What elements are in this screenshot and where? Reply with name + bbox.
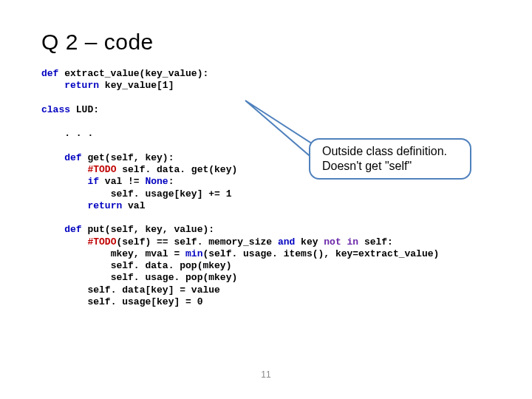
kw-def: def — [64, 224, 81, 235]
code-text: val — [122, 200, 145, 211]
code-red: #TODO — [87, 164, 116, 175]
kw-def: def — [64, 152, 81, 163]
slide-title: Q 2 – code — [41, 30, 532, 55]
code-text: get — [82, 152, 105, 163]
kw-and: and — [278, 236, 295, 248]
code-text: self. usage[key] += 1 — [111, 188, 232, 200]
code-text: self. usage. pop(mkey) — [111, 272, 238, 283]
kw-if: if — [87, 176, 99, 187]
kw-class: class — [41, 104, 70, 115]
kw-return: return — [87, 200, 122, 211]
kw-none: None — [145, 176, 168, 187]
code-text: (self, key): — [105, 152, 174, 163]
kw-min: min — [185, 248, 202, 259]
code-text: self. usage[key] = 0 — [87, 296, 202, 307]
callout-line2: Doesn't get "self" — [322, 159, 460, 174]
code-ellipsis: . . . — [64, 128, 93, 139]
code-text: (self. usage. items(), key=extract_value… — [202, 248, 439, 259]
code-text: put — [82, 224, 105, 235]
code-text: : — [168, 176, 174, 187]
code-red: #TODO — [87, 236, 116, 248]
code-text: extract_value(key_value): — [58, 68, 208, 79]
kw-def: def — [41, 68, 58, 79]
code-text: self. data. get(key) — [122, 164, 237, 175]
code-text: self. data[key] = value — [87, 284, 219, 296]
code-text: (self, key, value): — [105, 224, 214, 235]
code-block: def extract_value(key_value): return key… — [41, 68, 532, 308]
code-text: key_value[1] — [99, 80, 174, 91]
code-text: val != — [99, 176, 145, 187]
code-text: self: — [358, 236, 393, 248]
code-text: mkey, mval = — [111, 248, 185, 259]
code-text: (self) == self. memory_size — [116, 236, 277, 248]
code-text: LUD: — [70, 104, 99, 115]
code-text: self. data. pop(mkey) — [111, 260, 232, 271]
callout-line1: Outside class definition. — [322, 144, 460, 159]
kw-notin: not in — [324, 236, 358, 248]
slide: Q 2 – code Outside class definition. Doe… — [0, 0, 532, 399]
page-number: 11 — [261, 369, 270, 380]
callout-box: Outside class definition. Doesn't get "s… — [309, 138, 471, 180]
kw-return: return — [64, 80, 99, 91]
code-text: key — [295, 236, 324, 248]
